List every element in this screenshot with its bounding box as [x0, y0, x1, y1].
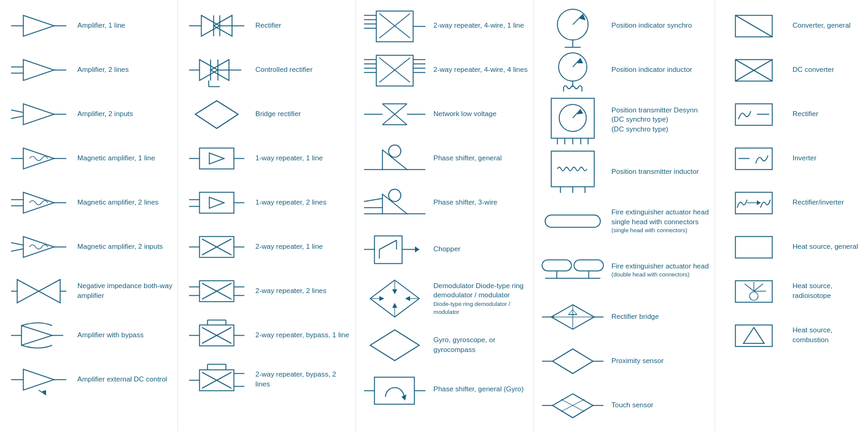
symbol-amp2	[5, 52, 72, 88]
symbol-chopper	[361, 231, 428, 268]
label-proxsensor: Proximity sensor	[606, 356, 710, 366]
svg-marker-139	[405, 296, 410, 301]
svg-marker-42	[200, 60, 218, 80]
svg-marker-57	[209, 153, 224, 164]
svg-marker-187	[552, 349, 593, 374]
symbol-contrect	[183, 52, 250, 88]
list-item: Heat source, combustion	[718, 313, 866, 358]
symbol-rect2	[720, 96, 788, 133]
label-ampdc: Amplifier external DC control	[72, 375, 172, 385]
svg-marker-134	[415, 246, 419, 252]
column-2: Rectifier Controlled rectifier	[178, 0, 356, 431]
symbol-bridgerect	[183, 96, 250, 133]
list-item: Magnetic amplifier, 2 lines	[2, 181, 175, 225]
label-phasegyro: Phase shifter, general (Gyro)	[428, 385, 529, 394]
symbol-negimpamp	[5, 273, 72, 310]
label-fire2: Fire extinguisher actuator head (double …	[606, 262, 710, 279]
symbol-ampdc	[5, 361, 72, 398]
svg-marker-24	[17, 280, 39, 303]
list-item: Magnetic amplifier, 1 line	[2, 136, 175, 181]
label-magamp2in: Magnetic amplifier, 2 inputs	[72, 242, 172, 252]
label-negimpamp: Negative impedance both-way amplifier	[72, 281, 172, 300]
list-item: Amplifier, 1 line	[2, 4, 175, 48]
list-item: Controlled rectifier	[180, 48, 353, 92]
list-item: Position indicator synchro	[537, 4, 712, 48]
symbol-phasegyro	[361, 371, 428, 408]
list-item: Position indicator inductor	[537, 48, 712, 92]
label-rep4w4l: 2-way repeater, 4-wire, 4 lines	[428, 65, 529, 75]
label-contrect: Controlled rectifier	[250, 65, 351, 75]
symbol-amp2in	[5, 96, 72, 133]
svg-line-210	[754, 284, 763, 291]
svg-marker-20	[23, 237, 54, 257]
list-item: Heat source, radioisotope	[718, 269, 866, 313]
svg-line-8	[11, 116, 23, 119]
list-item: Rectifier bridge	[537, 295, 712, 339]
label-netlv: Network low voltage	[428, 109, 529, 119]
list-item: 2-way repeater, 2 lines	[180, 269, 353, 313]
label-phase3w: Phase shifter, 3-wire	[428, 198, 529, 208]
symbol-rep2w2l	[183, 273, 250, 310]
symbol-convgen	[720, 7, 788, 44]
symbol-postransinduct	[539, 154, 606, 190]
svg-marker-25	[39, 280, 60, 303]
symbol-rectbridge	[539, 299, 606, 335]
label-dcconv: DC converter	[788, 65, 863, 75]
symbol-dcconv	[720, 52, 788, 88]
label-ampbypass: Amplifier with bypass	[72, 331, 172, 340]
list-item: 1-way repeater, 2 lines	[180, 181, 353, 225]
svg-line-195	[735, 15, 772, 37]
symbol-amp1	[5, 7, 72, 44]
list-item: Position transmitter Desynn (DC synchro …	[537, 92, 712, 147]
label-amp1: Amplifier, 1 line	[72, 21, 172, 31]
main-grid: Amplifier, 1 line Amplifier, 2 lines	[0, 0, 868, 431]
symbol-magamp1	[5, 140, 72, 177]
symbol-phase3w	[361, 184, 428, 221]
svg-marker-119	[382, 150, 407, 170]
symbol-rect	[183, 7, 250, 44]
list-item: 2-way repeater, bypass, 1 line	[180, 313, 353, 358]
label-rep2wbp2: 2-way repeater, bypass, 2 lines	[250, 370, 351, 389]
symbol-heatgen	[720, 229, 788, 265]
svg-line-7	[11, 110, 23, 112]
list-item: Touch sensor	[537, 383, 712, 428]
label-postransinduct: Position transmitter inductor	[606, 167, 710, 177]
label-heatgen: Heat source, general	[788, 242, 863, 252]
list-item: Chopper	[358, 225, 531, 274]
svg-rect-175	[574, 260, 603, 271]
symbol-rep1w2l	[183, 184, 250, 221]
list-item: Phase shifter, general	[358, 136, 531, 181]
list-item: 2-way repeater, 4-wire, 4 lines	[358, 48, 531, 92]
svg-marker-30	[23, 369, 54, 390]
symbol-posind	[539, 7, 606, 44]
label-rep2wbp1: 2-way repeater, bypass, 1 line	[250, 331, 351, 340]
symbol-posindinduct	[539, 52, 606, 88]
svg-line-131	[379, 240, 397, 249]
symbol-rep1w1l	[183, 140, 250, 177]
svg-line-52	[217, 101, 238, 114]
list-item: Amplifier, 2 lines	[2, 48, 175, 92]
label-amp2in: Amplifier, 2 inputs	[72, 109, 172, 119]
list-item: Negative impedance both-way amplifier	[2, 269, 175, 313]
symbol-netlv	[361, 96, 428, 133]
list-item: Rectifier	[180, 4, 353, 48]
list-item: Amplifier with bypass	[2, 313, 175, 358]
list-item: 2-way repeater, 4-wire, 1 line	[358, 4, 531, 48]
symbol-magamp2in	[5, 229, 72, 265]
label-amp2: Amplifier, 2 lines	[72, 65, 172, 75]
svg-line-124	[364, 198, 382, 201]
svg-marker-12	[23, 148, 54, 169]
label-gyro: Gyro, gyroscope, or gyrocompass	[428, 335, 529, 354]
svg-marker-62	[209, 197, 224, 208]
column-5: Converter, general DC converter	[715, 0, 868, 431]
list-item: Amplifier, 2 inputs	[2, 92, 175, 136]
label-inverter: Inverter	[788, 154, 863, 163]
symbol-fire2	[539, 252, 606, 289]
svg-marker-27	[21, 326, 52, 345]
svg-point-212	[750, 292, 758, 300]
symbol-rep2w1l	[183, 229, 250, 265]
svg-line-18	[11, 243, 23, 245]
list-item: 2-way repeater, bypass, 2 lines	[180, 358, 353, 402]
symbol-rectinv	[720, 184, 788, 221]
list-item: Rectifier/inverter	[718, 181, 866, 225]
